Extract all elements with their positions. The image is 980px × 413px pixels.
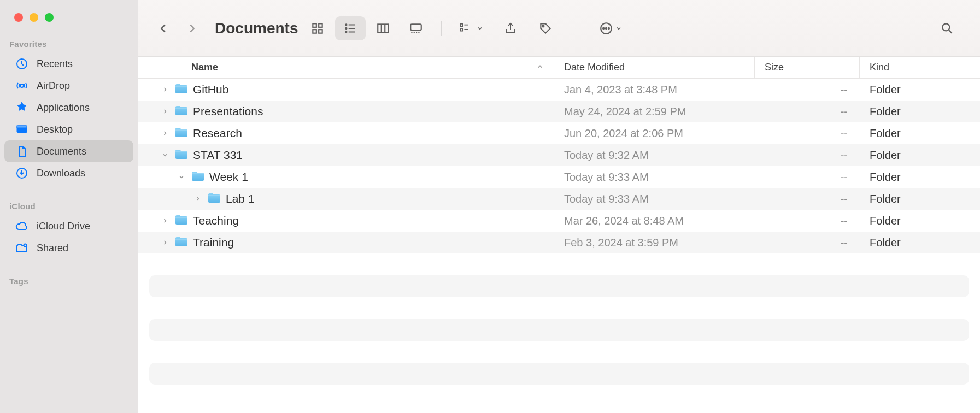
main-area: Documents <box>138 0 980 413</box>
minimize-window-button[interactable] <box>30 13 38 22</box>
table-row[interactable]: GitHubJan 4, 2023 at 3:48 PM--Folder <box>138 79 980 101</box>
folder-icon <box>174 235 189 250</box>
action-menu-button[interactable] <box>591 16 630 40</box>
column-header-kind[interactable]: Kind <box>860 57 980 78</box>
table-row[interactable]: PresentationsMay 24, 2024 at 2:59 PM--Fo… <box>138 101 980 122</box>
sidebar-item-downloads[interactable]: Downloads <box>4 162 133 184</box>
kind-cell: Folder <box>860 84 980 96</box>
date-modified-cell: Jan 4, 2023 at 3:48 PM <box>554 84 755 96</box>
date-modified-cell: Jun 20, 2024 at 2:06 PM <box>554 127 755 140</box>
chevron-right-icon[interactable] <box>160 108 170 115</box>
svg-point-11 <box>346 27 347 28</box>
sidebar-item-documents[interactable]: Documents <box>4 140 133 162</box>
column-view-button[interactable] <box>368 16 398 40</box>
svg-point-20 <box>606 27 607 28</box>
document-icon <box>15 144 29 158</box>
date-modified-cell: Mar 26, 2024 at 8:48 AM <box>554 215 755 227</box>
date-modified-cell: May 24, 2024 at 2:59 PM <box>554 105 755 118</box>
sidebar-item-icloud-drive[interactable]: iCloud Drive <box>4 215 133 237</box>
size-cell: -- <box>755 105 860 118</box>
svg-point-12 <box>346 31 347 32</box>
tags-button[interactable] <box>530 16 561 40</box>
close-window-button[interactable] <box>14 13 23 22</box>
list-view-button[interactable] <box>335 16 366 40</box>
column-header-name[interactable]: Name <box>138 57 554 78</box>
column-header-size[interactable]: Size <box>755 57 860 78</box>
size-cell: -- <box>755 193 860 205</box>
folder-icon <box>174 104 189 119</box>
clock-icon <box>15 57 29 71</box>
svg-rect-9 <box>319 30 323 33</box>
column-header-date-label: Date Modified <box>564 62 625 73</box>
folder-icon <box>174 82 189 97</box>
chevron-down-icon[interactable] <box>160 152 170 158</box>
search-button[interactable] <box>932 16 963 40</box>
sidebar-section-icloud: iCloud <box>0 198 138 215</box>
chevron-right-icon[interactable] <box>160 86 170 93</box>
file-name-label: Week 1 <box>209 170 248 184</box>
chevron-right-icon[interactable] <box>160 130 170 137</box>
date-modified-cell: Feb 3, 2024 at 3:59 PM <box>554 237 755 249</box>
sidebar-section-tags: Tags <box>0 273 138 290</box>
gallery-view-button[interactable] <box>401 16 431 40</box>
svg-point-1 <box>20 84 24 87</box>
table-row[interactable]: TeachingMar 26, 2024 at 8:48 AM--Folder <box>138 210 980 232</box>
chevron-right-icon[interactable] <box>160 239 170 246</box>
svg-rect-3 <box>17 126 27 128</box>
kind-cell: Folder <box>860 215 980 227</box>
file-name-label: Training <box>193 236 234 249</box>
sidebar-item-label: Desktop <box>37 124 73 135</box>
size-cell: -- <box>755 84 860 96</box>
chevron-down-icon[interactable] <box>177 174 186 180</box>
sort-ascending-icon <box>536 62 544 73</box>
sidebar-item-desktop[interactable]: Desktop <box>4 119 133 140</box>
file-name-label: Research <box>193 127 242 140</box>
table-row[interactable]: Lab 1Today at 9:33 AM--Folder <box>138 188 980 210</box>
sidebar-item-label: Downloads <box>37 168 85 179</box>
fullscreen-window-button[interactable] <box>45 13 54 22</box>
shared-folder-icon <box>15 241 29 255</box>
table-row[interactable]: ResearchJun 20, 2024 at 2:06 PM--Folder <box>138 122 980 144</box>
column-header-date[interactable]: Date Modified <box>554 57 755 78</box>
table-row[interactable]: STAT 331Today at 9:32 AM--Folder <box>138 144 980 166</box>
back-button[interactable] <box>151 16 175 40</box>
group-by-button[interactable] <box>451 16 491 40</box>
svg-rect-15 <box>461 23 463 26</box>
sidebar-item-label: iCloud Drive <box>37 221 90 232</box>
sidebar-item-label: Shared <box>37 243 68 254</box>
empty-row <box>149 319 969 341</box>
empty-row <box>138 341 980 363</box>
sidebar-item-applications[interactable]: Applications <box>4 97 133 119</box>
desktop-icon <box>15 122 29 137</box>
empty-row <box>149 275 969 297</box>
svg-rect-7 <box>319 23 323 27</box>
cloud-icon <box>15 219 29 233</box>
sidebar-item-airdrop[interactable]: AirDrop <box>4 75 133 97</box>
folder-icon <box>174 148 189 163</box>
sidebar-item-recents[interactable]: Recents <box>4 53 133 75</box>
empty-row <box>138 253 980 275</box>
column-header-size-label: Size <box>765 62 784 73</box>
size-cell: -- <box>755 237 860 249</box>
kind-cell: Folder <box>860 237 980 249</box>
sidebar-item-shared[interactable]: Shared <box>4 237 133 259</box>
share-button[interactable] <box>495 16 526 40</box>
svg-point-10 <box>346 24 347 25</box>
kind-cell: Folder <box>860 193 980 205</box>
sidebar-item-label: Documents <box>37 146 86 157</box>
svg-rect-14 <box>411 24 422 30</box>
table-row[interactable]: TrainingFeb 3, 2024 at 3:59 PM--Folder <box>138 232 980 253</box>
svg-point-5 <box>24 244 27 247</box>
file-name-label: STAT 331 <box>193 149 243 162</box>
file-list: GitHubJan 4, 2023 at 3:48 PM--FolderPres… <box>138 79 980 385</box>
icon-view-button[interactable] <box>302 16 333 40</box>
downloads-icon <box>15 166 29 180</box>
file-name-label: Teaching <box>193 214 239 227</box>
chevron-right-icon[interactable] <box>193 196 203 202</box>
chevron-right-icon[interactable] <box>160 217 170 224</box>
svg-point-19 <box>603 27 605 28</box>
date-modified-cell: Today at 9:32 AM <box>554 149 755 162</box>
svg-point-21 <box>608 27 609 28</box>
forward-button[interactable] <box>180 16 204 40</box>
table-row[interactable]: Week 1Today at 9:33 AM--Folder <box>138 166 980 188</box>
